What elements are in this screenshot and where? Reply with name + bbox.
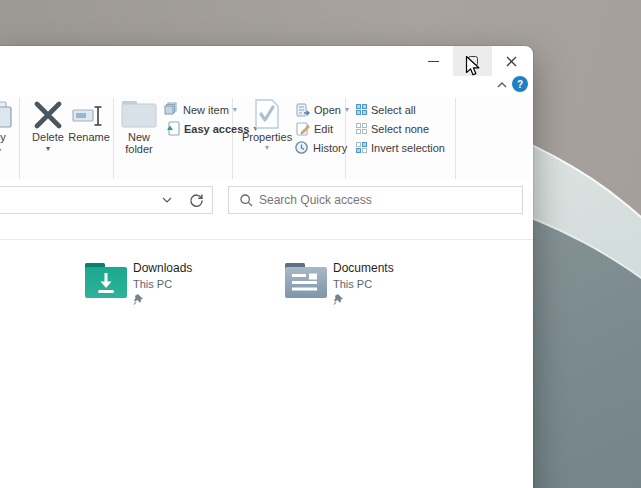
select-none-label: Select none (371, 123, 429, 135)
edit-label: Edit (314, 123, 333, 135)
mouse-cursor (465, 55, 481, 78)
minimize-button[interactable] (414, 46, 453, 76)
select-none-button[interactable]: Select none (356, 120, 429, 137)
history-icon (294, 140, 309, 155)
delete-icon (33, 101, 63, 129)
downloads-folder-icon (84, 262, 128, 300)
copy-to-icon (0, 100, 16, 130)
select-all-icon (356, 104, 367, 115)
select-none-icon (356, 123, 367, 134)
open-label: Open (314, 104, 341, 116)
file-name: Documents (333, 261, 394, 275)
rename-icon (72, 105, 106, 127)
history-label: History (313, 142, 347, 154)
properties-icon (254, 99, 280, 129)
refresh-button[interactable] (182, 187, 210, 213)
dropdown-arrow-icon: ▾ (345, 106, 349, 114)
invert-selection-label: Invert selection (371, 142, 445, 154)
history-button[interactable]: History (294, 139, 347, 156)
content-divider (0, 239, 533, 240)
dropdown-arrow-icon: ▾ (0, 146, 1, 155)
file-location: This PC (333, 278, 394, 290)
invert-selection-button[interactable]: Invert selection (356, 139, 445, 156)
minimize-icon (428, 61, 439, 62)
address-dropdown-button[interactable] (154, 187, 180, 213)
file-explorer-window: ? Copy to ▾ Delete (0, 46, 533, 488)
pin-icon (333, 293, 344, 305)
dropdown-arrow-icon: ▾ (233, 106, 237, 114)
new-item-icon (164, 102, 179, 117)
edit-icon (296, 122, 310, 136)
help-button[interactable]: ? (512, 76, 528, 92)
open-icon (296, 103, 310, 117)
select-all-label: Select all (371, 104, 416, 116)
navigation-bar (0, 179, 533, 239)
easy-access-icon (166, 121, 180, 136)
refresh-icon (189, 193, 204, 208)
select-all-button[interactable]: Select all (356, 101, 416, 118)
open-button[interactable]: Open ▾ (296, 101, 349, 118)
file-tile-downloads[interactable]: Downloads This PC (80, 258, 272, 310)
search-box[interactable] (228, 186, 523, 214)
edit-button[interactable]: Edit (296, 120, 333, 137)
easy-access-label: Easy access (184, 123, 249, 135)
search-input[interactable] (259, 188, 509, 212)
chevron-down-icon (162, 197, 172, 203)
dropdown-arrow-icon: ▾ (26, 145, 70, 153)
close-button[interactable] (492, 46, 531, 76)
file-tile-documents[interactable]: Documents This PC (280, 258, 472, 310)
close-icon (506, 56, 517, 67)
chevron-up-icon (497, 82, 507, 88)
dropdown-arrow-icon: ▾ (242, 144, 292, 152)
new-folder-icon (121, 100, 157, 128)
new-item-label: New item (183, 104, 229, 116)
file-location: This PC (133, 278, 192, 290)
pin-icon (133, 293, 144, 305)
address-bar[interactable] (0, 186, 213, 214)
search-icon (240, 194, 253, 207)
minimize-ribbon-button[interactable] (494, 77, 510, 92)
documents-folder-icon (284, 262, 328, 300)
desktop: ? Copy to ▾ Delete (0, 0, 641, 488)
new-item-button[interactable]: New item ▾ (164, 101, 237, 118)
file-name: Downloads (133, 261, 192, 275)
invert-selection-icon (356, 142, 367, 153)
help-icon: ? (512, 76, 528, 92)
